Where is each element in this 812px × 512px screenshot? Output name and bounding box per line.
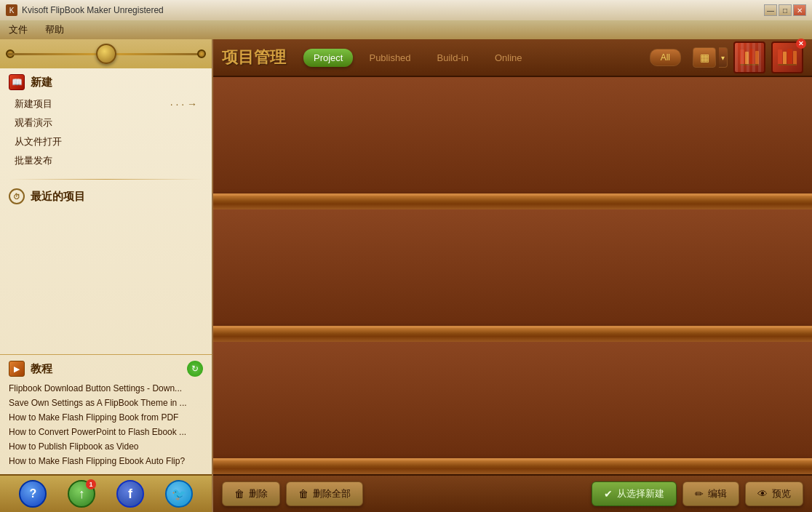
new-section-title: 📖 新建 [9,74,203,90]
top-bar: 项目管理 Project Published Build-in Online A… [213,39,812,77]
open-file-item[interactable]: 从文件打开 [9,132,203,151]
tutorial-item-0[interactable]: Flipbook Download Button Settings - Down… [9,381,203,396]
tutorial-item-5[interactable]: How to Make Flash Flipping Ebook Auto Fl… [9,454,203,468]
menu-file[interactable]: 文件 [6,22,31,38]
preview-icon: 👁 [757,488,768,500]
delete-button[interactable]: 🗑 删除 [222,481,280,506]
window-controls: — □ ✕ [764,4,806,16]
shelf-content-3 [213,342,812,458]
app-title: Kvisoft FlipBook Maker Unregistered [22,5,764,15]
tutorial-item-1[interactable]: Save Own Settings as A FlipBook Theme in… [9,396,203,410]
books-svg-2 [776,47,798,68]
zipper-handle [96,44,116,64]
shelf-area [213,77,812,474]
bookshelf-icon-1[interactable] [733,41,765,73]
tutorial-section: ▶ 教程 ↻ Flipbook Download Button Settings… [0,354,212,474]
recent-section-title: ⏱ 最近的项目 [9,188,203,204]
update-button[interactable]: ↑ 1 [68,480,95,508]
tutorial-title: ▶ 教程 [9,361,52,377]
delete-all-button[interactable]: 🗑 删除全部 [286,481,363,506]
update-badge: 1 [86,479,96,489]
left-bottom-bar: ? ↑ 1 f 🐦 [0,474,212,512]
view-dropdown-button[interactable]: ▾ [719,47,728,68]
app-icon: K [6,4,17,16]
tab-online[interactable]: Online [485,49,533,67]
tab-published[interactable]: Published [359,49,421,67]
preview-button[interactable]: 👁 预览 [745,481,803,506]
recent-section: ⏱ 最近的项目 [0,183,212,354]
delete-icon: 🗑 [234,488,244,500]
svg-rect-1 [745,52,749,65]
svg-rect-8 [793,51,797,65]
tutorial-list: Flipbook Download Button Settings - Down… [9,381,203,468]
shelf-content-2 [213,209,812,326]
tutorial-item-3[interactable]: How to Convert PowerPoint to Flash Ebook… [9,425,203,439]
action-bar: 🗑 删除 🗑 删除全部 ✔ 从选择新建 ✏ 编辑 👁 预览 [213,474,812,512]
svg-rect-7 [787,49,792,65]
delete-all-icon: 🗑 [298,488,309,500]
books-svg [739,47,760,68]
new-from-select-icon: ✔ [604,488,613,500]
new-section: 📖 新建 新建项目 · · · → 观看演示 从文件打开 批量发布 [0,68,212,176]
facebook-button[interactable]: f [116,480,144,508]
left-panel: 📖 新建 新建项目 · · · → 观看演示 从文件打开 批量发布 [0,39,213,512]
new-from-select-button[interactable]: ✔ 从选择新建 [592,481,677,506]
svg-rect-9 [778,64,797,65]
new-icon: 📖 [9,74,25,90]
divider-1 [9,179,203,180]
recent-icon: ⏱ [9,188,25,204]
shelf-2 [213,209,812,342]
twitter-button[interactable]: 🐦 [165,480,193,508]
menubar: 文件 帮助 [0,20,812,39]
shelf-3 [213,342,812,474]
menu-help[interactable]: 帮助 [42,22,67,38]
grid-view-button[interactable]: ▦ [693,47,716,68]
svg-rect-0 [740,49,744,65]
tab-buildin[interactable]: Build-in [427,49,479,67]
watch-demo-item[interactable]: 观看演示 [9,113,203,132]
svg-rect-2 [749,49,755,65]
bookshelf-icon-2[interactable]: ✕ [771,41,803,73]
svg-rect-3 [755,51,759,65]
shelf-content-1 [213,77,812,193]
tutorial-item-2[interactable]: How to Make Flash Flipping Book from PDF [9,410,203,425]
tutorial-refresh-button[interactable]: ↻ [187,361,203,377]
batch-publish-item[interactable]: 批量发布 [9,151,203,170]
help-button[interactable]: ? [19,480,47,508]
svg-rect-4 [740,64,759,65]
zipper-decoration [0,39,212,68]
shelf-board-3 [213,458,812,474]
edit-button[interactable]: ✏ 编辑 [682,481,739,506]
tutorial-header: ▶ 教程 ↻ [9,361,203,377]
filter-all-button[interactable]: All [650,49,681,66]
minimize-button[interactable]: — [764,4,777,16]
new-project-item[interactable]: 新建项目 · · · → [9,95,203,113]
shelf-1 [213,77,812,209]
edit-icon: ✏ [695,488,704,500]
zipper-right-knob [197,49,206,58]
tutorial-icon: ▶ [9,361,25,377]
titlebar: K Kvisoft FlipBook Maker Unregistered — … [0,0,812,20]
svg-rect-6 [783,52,787,65]
shelf-board-1 [213,193,812,209]
new-project-arrow: · · · → [170,98,197,110]
tutorial-item-4[interactable]: How to Publish Flipbook as Video [9,439,203,454]
x-badge: ✕ [796,39,806,49]
tab-project[interactable]: Project [303,49,353,67]
page-title: 项目管理 [222,47,286,68]
main-layout: 📖 新建 新建项目 · · · → 观看演示 从文件打开 批量发布 [0,39,812,512]
close-button[interactable]: ✕ [793,4,806,16]
right-panel: 项目管理 Project Published Build-in Online A… [213,39,812,512]
svg-rect-5 [778,49,782,65]
shelf-board-2 [213,326,812,342]
view-controls: ▦ ▾ [693,47,728,68]
maximize-button[interactable]: □ [779,4,792,16]
